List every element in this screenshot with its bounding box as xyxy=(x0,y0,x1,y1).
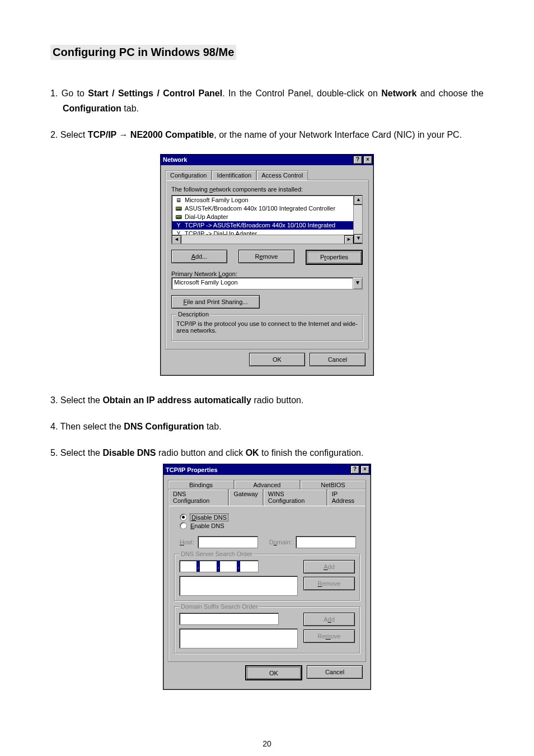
step-1: 1. Go to Start / Settings / Control Pane… xyxy=(50,86,484,116)
list-item[interactable]: 📟Dial-Up Adapter xyxy=(172,213,362,221)
step-2: 2. Select TCP/IP → NE2000 Compatible, or… xyxy=(50,127,484,142)
configuration-panel: The following network components are ins… xyxy=(165,180,369,349)
network-titlebar: Network ? × xyxy=(161,155,373,165)
domain-field xyxy=(296,536,356,548)
domain-suffix-group: Domain Suffix Search Order Add Remove xyxy=(174,606,360,654)
help-button[interactable]: ? xyxy=(353,156,362,164)
dropdown-icon[interactable]: ▼ xyxy=(353,278,362,289)
add-button[interactable]: Add... xyxy=(171,250,227,263)
list-item[interactable]: 📟ASUSTeK/Broadcom 440x 10/100 Integrated… xyxy=(172,204,362,213)
step1-c: . In the Control Panel, double-click on xyxy=(222,88,381,98)
dns-server-list xyxy=(179,576,298,596)
primary-logon-label: Primary Network Logon: xyxy=(171,270,363,277)
network-dialog: Network ? × Configuration Identification… xyxy=(160,154,374,376)
step2-d: , or the name of your Network Interface … xyxy=(214,130,462,139)
tcpip-dialog: TCP/IP Properties ? × Bindings Advanced … xyxy=(163,464,371,690)
ok-button[interactable]: OK xyxy=(245,665,302,680)
tcpip-tabs-row2: DNS Configuration Gateway WINS Configura… xyxy=(168,489,366,506)
scrollbar-horizontal[interactable]: ◄ ► xyxy=(172,235,354,244)
suffix-remove-button: Remove xyxy=(303,629,355,643)
step-5: 5. Select the Disable DNS radio button a… xyxy=(50,445,484,460)
network-tabs: Configuration Identification Access Cont… xyxy=(165,170,369,180)
tab-wins-configuration[interactable]: WINS Configuration xyxy=(263,489,327,506)
step5-d: OK xyxy=(246,448,259,458)
step3-b: Obtain an IP address automatically xyxy=(102,395,251,405)
page-number: 20 xyxy=(0,739,534,748)
step3-a: 3. Select the xyxy=(50,395,102,405)
primary-logon-combo[interactable]: Microsoft Family Logon ▼ xyxy=(171,277,363,290)
tab-advanced[interactable]: Advanced xyxy=(234,480,300,489)
description-text: TCP/IP is the protocol you use to connec… xyxy=(176,320,358,336)
adapter-icon: 📟 xyxy=(175,213,182,221)
tab-configuration[interactable]: Configuration xyxy=(165,170,212,180)
host-field xyxy=(198,536,258,548)
scroll-left-icon[interactable]: ◄ xyxy=(172,235,181,244)
step2-arrow: → xyxy=(119,130,128,139)
step1-e: and choose the xyxy=(416,88,484,98)
domain-label: Domain: xyxy=(269,539,292,545)
tcpip-titlebar: TCP/IP Properties ? × xyxy=(163,464,371,475)
tab-ip-address[interactable]: IP Address xyxy=(327,489,366,506)
ok-button[interactable]: OK xyxy=(249,353,305,366)
properties-button[interactable]: Properties xyxy=(306,250,363,265)
cancel-button[interactable]: Cancel xyxy=(310,353,366,366)
remove-button[interactable]: Remove xyxy=(238,250,294,263)
components-listbox[interactable]: 🖥Microsoft Family Logon 📟ASUSTeK/Broadco… xyxy=(171,195,363,244)
list-item-selected[interactable]: YTCP/IP -> ASUSTeK/Broadcom 440x 10/100 … xyxy=(172,221,362,230)
step1-d: Network xyxy=(381,88,416,98)
adapter-icon: 📟 xyxy=(175,205,182,212)
radio-dot-icon xyxy=(180,514,187,521)
dns-search-order-legend: DNS Server Search Order xyxy=(179,550,254,557)
scroll-right-icon[interactable]: ► xyxy=(344,235,354,244)
tab-gateway[interactable]: Gateway xyxy=(228,489,263,506)
tcpip-tabs-row1: Bindings Advanced NetBIOS xyxy=(168,480,366,489)
dns-ip-field: ... xyxy=(179,560,259,572)
scroll-up-icon[interactable]: ▲ xyxy=(354,195,363,205)
suffix-add-button: Add xyxy=(303,613,355,626)
enable-dns-radio[interactable]: Enable DNS xyxy=(180,522,360,529)
disable-dns-radio[interactable]: Disable DNS xyxy=(180,514,360,521)
list-item[interactable]: 🖥Microsoft Family Logon xyxy=(172,196,362,204)
page-heading: Configuring PC in Windows 98/Me xyxy=(50,45,236,60)
scrollbar-vertical[interactable]: ▲ ▼ xyxy=(353,195,362,244)
tab-netbios[interactable]: NetBIOS xyxy=(300,480,366,489)
network-title: Network xyxy=(163,156,187,163)
close-button[interactable]: × xyxy=(360,465,369,474)
dns-panel: Disable DNS Enable DNS Host: Domain: DNS… xyxy=(168,505,366,662)
step4-a: 4. Then select the xyxy=(50,422,124,431)
tcpip-title: TCP/IP Properties xyxy=(166,466,218,473)
protocol-icon: Y xyxy=(175,222,182,229)
step5-c: radio button and click xyxy=(156,448,246,458)
host-label: Host: xyxy=(180,539,194,545)
suffix-field xyxy=(179,613,279,625)
tab-dns-configuration[interactable]: DNS Configuration xyxy=(168,489,228,506)
primary-logon-value: Microsoft Family Logon xyxy=(172,278,353,289)
step2-b: TCP/IP xyxy=(88,130,119,139)
step1-g: tab. xyxy=(121,104,139,113)
step3-c: radio button. xyxy=(251,395,303,405)
step5-a: 5. Select the xyxy=(50,448,102,458)
step-3: 3. Select the Obtain an IP address autom… xyxy=(50,393,484,408)
cancel-button[interactable]: Cancel xyxy=(307,665,363,679)
domain-suffix-legend: Domain Suffix Search Order xyxy=(179,603,259,610)
step4-b: DNS Configuration xyxy=(124,422,204,431)
suffix-list xyxy=(179,628,298,648)
radio-dot-icon xyxy=(180,522,187,529)
dns-search-order-group: DNS Server Search Order ... Add Remove xyxy=(174,554,360,601)
step2-c: NE2000 Compatible xyxy=(128,130,214,139)
tab-identification[interactable]: Identification xyxy=(212,170,256,180)
close-button[interactable]: × xyxy=(363,156,372,164)
description-group: Description TCP/IP is the protocol you u… xyxy=(171,314,363,341)
step5-e: to finish the configuration. xyxy=(259,448,364,458)
help-button[interactable]: ? xyxy=(350,465,359,474)
step-4: 4. Then select the DNS Configuration tab… xyxy=(50,419,484,434)
tab-access-control[interactable]: Access Control xyxy=(256,170,308,180)
tab-bindings[interactable]: Bindings xyxy=(168,480,234,489)
step2-a: 2. Select xyxy=(50,130,88,139)
file-print-sharing-button[interactable]: File and Print Sharing... xyxy=(171,295,260,309)
scroll-down-icon[interactable]: ▼ xyxy=(354,234,363,244)
step4-c: tab. xyxy=(204,422,221,431)
description-legend: Description xyxy=(176,311,210,318)
installed-label: The following network components are ins… xyxy=(171,186,363,193)
step1-a: 1. Go to xyxy=(50,88,88,98)
